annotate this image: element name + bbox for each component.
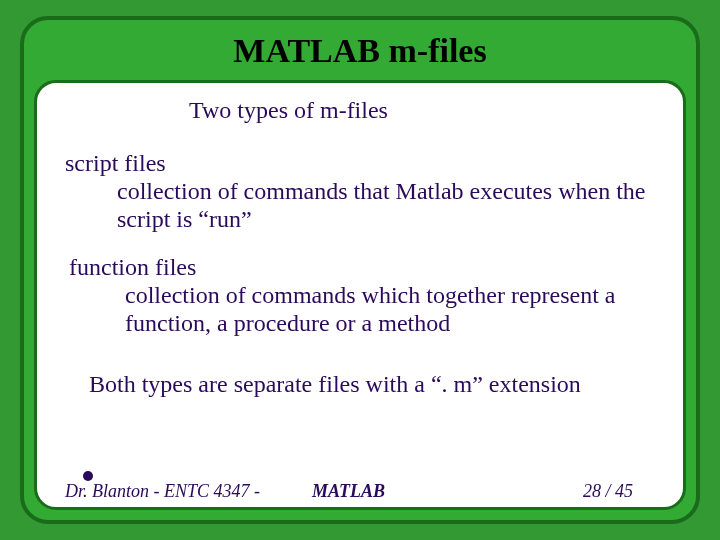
section-function-label: function files <box>69 254 659 281</box>
footer-note: Both types are separate files with a “. … <box>89 371 659 398</box>
footer-author: Dr. Blanton - ENTC 4347 - <box>65 481 260 502</box>
content-panel: Two types of m-files script files collec… <box>34 80 686 510</box>
footer-page: 28 / 45 <box>583 481 633 502</box>
section-function-desc: collection of commands which together re… <box>125 281 659 338</box>
slide-title: MATLAB m-files <box>233 32 486 70</box>
title-bar: MATLAB m-files <box>24 20 696 82</box>
section-script-desc: collection of commands that Matlab execu… <box>117 177 659 234</box>
subtitle: Two types of m-files <box>189 97 659 124</box>
slide-footer: Dr. Blanton - ENTC 4347 - MATLAB 28 / 45 <box>65 477 633 505</box>
content-area: Two types of m-files script files collec… <box>61 97 659 467</box>
section-script-label: script files <box>65 150 659 177</box>
footer-topic: MATLAB <box>312 481 583 502</box>
slide-frame: MATLAB m-files Two types of m-files scri… <box>20 16 700 524</box>
